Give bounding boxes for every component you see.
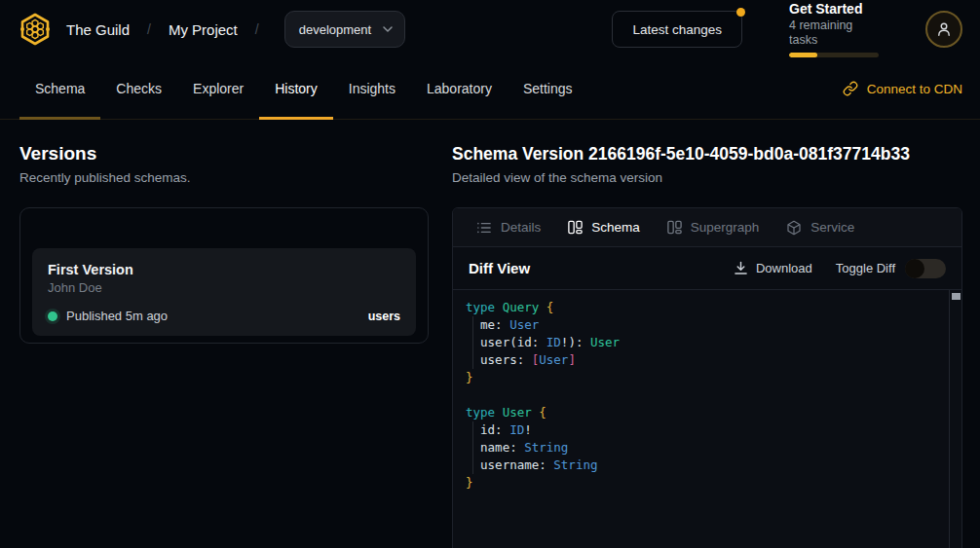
get-started-progress-track bbox=[789, 53, 879, 57]
version-card[interactable]: First Version John Doe Published 5m ago … bbox=[32, 248, 416, 336]
nav-tab-explorer[interactable]: Explorer bbox=[177, 58, 259, 119]
get-started-widget[interactable]: Get Started 4 remaining tasks bbox=[789, 1, 879, 57]
download-icon bbox=[734, 261, 748, 275]
tab-schema[interactable]: Schema bbox=[568, 220, 640, 235]
download-label: Download bbox=[756, 261, 812, 275]
nav-tab-settings[interactable]: Settings bbox=[508, 58, 588, 119]
version-card-status: Published 5m ago bbox=[66, 309, 168, 323]
columns-icon bbox=[667, 220, 682, 235]
versions-title: Versions bbox=[19, 143, 429, 164]
breadcrumb-project[interactable]: My Project bbox=[169, 21, 238, 38]
versions-header: Versions Recently published schemas. bbox=[19, 143, 429, 186]
tab-details-label: Details bbox=[501, 220, 541, 235]
service-badge: users bbox=[368, 310, 400, 323]
connect-to-cdn-label: Connect to CDN bbox=[867, 82, 962, 96]
tab-schema-label: Schema bbox=[591, 220, 640, 235]
hive-hexagon-logo bbox=[18, 12, 53, 47]
top-bar-right: Latest changes Get Started 4 remaining t… bbox=[612, 1, 962, 57]
nav-tab-insights[interactable]: Insights bbox=[333, 58, 411, 119]
schema-sdl-code[interactable]: type Query { me: User user(id: ID!): Use… bbox=[453, 290, 961, 503]
target-selector-value: development bbox=[299, 22, 371, 37]
breadcrumb-org[interactable]: The Guild bbox=[66, 21, 130, 38]
latest-changes-label: Latest changes bbox=[632, 22, 722, 37]
columns-icon bbox=[568, 220, 583, 235]
diff-toolbar: Diff View Download bbox=[453, 247, 961, 290]
breadcrumb-separator: / bbox=[255, 21, 259, 37]
version-detail-section: Schema Version 2166196f-5e10-4059-bd0a-0… bbox=[452, 143, 962, 548]
version-detail-panel: Details Schema bbox=[452, 207, 962, 548]
breadcrumb-separator: / bbox=[147, 21, 151, 37]
hive-logo-icon[interactable] bbox=[18, 12, 53, 47]
list-icon bbox=[476, 221, 492, 235]
toggle-diff-knob bbox=[905, 259, 924, 278]
box-icon bbox=[786, 220, 802, 236]
target-selector[interactable]: development bbox=[284, 11, 405, 48]
main-nav-tabs: Schema Checks Explorer History Insights … bbox=[19, 58, 588, 119]
breadcrumb: The Guild / My Project / development bbox=[66, 11, 405, 48]
nav-tab-checks[interactable]: Checks bbox=[100, 58, 177, 119]
code-scrollbar[interactable] bbox=[949, 290, 961, 548]
nav-tab-history[interactable]: History bbox=[259, 58, 333, 119]
version-detail-subtitle: Detailed view of the schema version bbox=[452, 169, 962, 186]
latest-changes-button[interactable]: Latest changes bbox=[612, 11, 742, 48]
get-started-subtitle: 4 remaining tasks bbox=[789, 18, 879, 48]
version-card-status-row: Published 5m ago users bbox=[48, 309, 400, 323]
versions-list: First Version John Doe Published 5m ago … bbox=[19, 207, 429, 344]
diff-actions: Download Toggle Diff bbox=[734, 259, 946, 278]
toggle-diff-group: Toggle Diff bbox=[836, 259, 946, 278]
version-card-title: First Version bbox=[48, 261, 400, 278]
version-detail-title: Schema Version 2166196f-5e10-4059-bd0a-0… bbox=[452, 143, 962, 164]
tab-service[interactable]: Service bbox=[786, 220, 854, 236]
person-icon bbox=[936, 21, 952, 37]
detail-tabs: Details Schema bbox=[453, 208, 961, 247]
version-card-author: John Doe bbox=[48, 280, 400, 296]
code-scrollbar-thumb[interactable] bbox=[952, 293, 961, 300]
tab-details[interactable]: Details bbox=[476, 220, 541, 235]
versions-subtitle: Recently published schemas. bbox=[19, 169, 429, 186]
notification-dot bbox=[736, 8, 745, 17]
link-icon bbox=[843, 81, 858, 96]
schema-code-viewer: type Query { me: User user(id: ID!): Use… bbox=[453, 290, 961, 548]
diff-view-title: Diff View bbox=[469, 260, 530, 276]
page: The Guild / My Project / development Lat… bbox=[0, 0, 980, 548]
get-started-title: Get Started bbox=[789, 1, 879, 18]
nav-tab-schema[interactable]: Schema bbox=[19, 58, 100, 119]
published-status-dot bbox=[48, 311, 57, 321]
main-nav: Schema Checks Explorer History Insights … bbox=[0, 58, 980, 120]
nav-tab-laboratory[interactable]: Laboratory bbox=[411, 58, 508, 119]
toggle-diff-label: Toggle Diff bbox=[836, 261, 895, 275]
download-button[interactable]: Download bbox=[734, 261, 812, 275]
chevron-down-icon bbox=[383, 26, 393, 32]
tab-service-label: Service bbox=[810, 220, 854, 235]
top-bar: The Guild / My Project / development Lat… bbox=[0, 0, 980, 58]
tab-supergraph[interactable]: Supergraph bbox=[667, 220, 760, 235]
user-avatar[interactable] bbox=[925, 11, 962, 48]
tab-supergraph-label: Supergraph bbox=[691, 220, 760, 235]
version-detail-header: Schema Version 2166196f-5e10-4059-bd0a-0… bbox=[452, 143, 962, 186]
content: Versions Recently published schemas. Fir… bbox=[0, 120, 980, 548]
connect-to-cdn-link[interactable]: Connect to CDN bbox=[843, 81, 962, 96]
versions-section: Versions Recently published schemas. Fir… bbox=[19, 143, 429, 548]
toggle-diff-switch[interactable] bbox=[905, 259, 946, 278]
get-started-progress-fill bbox=[789, 53, 817, 57]
